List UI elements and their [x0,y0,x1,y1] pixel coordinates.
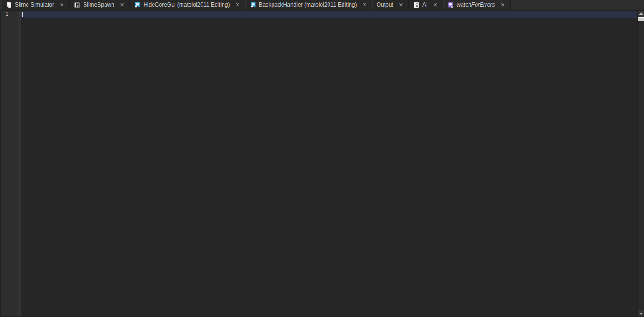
script-icon [413,2,420,8]
code-text-area[interactable] [21,11,637,316]
scroll-up-button[interactable] [638,11,644,17]
tab-label: SlimeSpawn [83,0,114,10]
tab-ai[interactable]: AI ✕ [409,0,443,10]
scrollbar-thumb[interactable] [638,17,644,21]
scrollbar-track[interactable] [638,17,644,310]
close-icon[interactable]: ✕ [234,0,240,10]
arrow-base-line [639,312,643,312]
tabbar-empty-space [511,0,644,10]
line-number-gutter[interactable]: 1 [0,11,18,316]
tab-slimespawn[interactable]: SlimeSpawn ✕ [70,0,130,10]
close-icon[interactable]: ✕ [432,0,438,10]
close-icon[interactable]: ✕ [398,0,404,10]
arrow-down-icon [640,313,643,315]
close-icon[interactable]: ✕ [500,0,506,10]
team-edit-script-icon [250,2,256,8]
tab-label: AI [422,0,427,10]
vertical-scrollbar[interactable] [637,11,644,316]
tab-slime-simulator[interactable]: Slime Simulator ✕ [1,0,70,10]
place-icon [6,2,12,8]
tab-label: HideCoreGui (matolol2011 Editing) [143,0,230,10]
close-icon[interactable]: ✕ [119,0,125,10]
code-fold-margin[interactable] [18,11,21,316]
arrow-up-icon [640,12,643,14]
current-line-highlight[interactable] [21,11,637,18]
draft-script-cursor-icon [448,2,454,8]
script-editor: 1 [0,11,644,316]
tab-label: watchForErrors [457,0,495,10]
close-icon[interactable]: ✕ [361,0,367,10]
document-tab-bar: Slime Simulator ✕ SlimeSpawn ✕ HideCoreG… [0,0,644,11]
tab-output[interactable]: Output ✕ [372,0,409,10]
tab-watchforerrors[interactable]: watchForErrors ✕ [443,0,511,10]
script-icon [74,2,80,8]
team-edit-script-icon [134,2,140,8]
line-number: 1 [1,11,13,18]
arrow-base-line [639,14,643,15]
close-icon[interactable]: ✕ [59,0,65,10]
tab-label: BackpackHandler (matolol2011 Editing) [259,0,357,10]
tab-label: Slime Simulator [15,0,54,10]
tab-label: Output [377,0,393,10]
scroll-down-button[interactable] [638,310,644,316]
text-caret [22,12,23,17]
tab-backpackhandler[interactable]: BackpackHandler (matolol2011 Editing) ✕ [245,0,372,10]
tab-hidecoregui[interactable]: HideCoreGui (matolol2011 Editing) ✕ [130,0,245,10]
